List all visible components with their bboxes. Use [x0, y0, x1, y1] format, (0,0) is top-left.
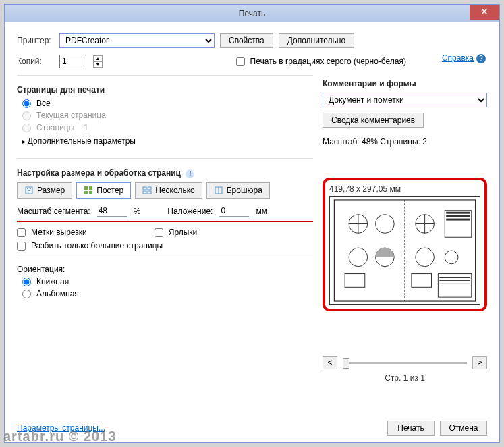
tab-multiple[interactable]: Несколько: [135, 182, 202, 199]
titlebar: Печать ✕: [5, 5, 499, 22]
tab-size[interactable]: Размер: [17, 182, 72, 199]
grayscale-checkbox[interactable]: [236, 57, 245, 66]
print-button[interactable]: Печать: [387, 421, 435, 436]
overlap-input[interactable]: [219, 205, 249, 217]
copies-label: Копий:: [17, 57, 54, 66]
svg-rect-22: [446, 215, 470, 217]
overlap-label: Наложение:: [167, 207, 213, 216]
help-link[interactable]: Справка?: [442, 53, 486, 63]
copies-input[interactable]: [59, 55, 86, 68]
scale-label: Масштаб сегмента:: [17, 207, 90, 216]
portrait-radio[interactable]: [22, 278, 31, 286]
page-setup-link[interactable]: Параметры страницы...: [17, 423, 105, 433]
printer-select[interactable]: PDFCreator: [59, 33, 215, 48]
print-dialog: Печать ✕ Справка? Принтер: PDFCreator Св…: [4, 4, 500, 443]
orientation-title: Ориентация:: [17, 265, 313, 274]
help-icon: ?: [476, 54, 486, 63]
svg-rect-7: [143, 191, 146, 194]
overlap-unit: мм: [256, 207, 267, 216]
preview-canvas: [329, 196, 480, 305]
preview-next-button[interactable]: >: [472, 356, 487, 369]
pages-all-label: Все: [36, 99, 51, 108]
comments-title: Комментарии и формы: [323, 79, 487, 88]
pages-range-radio: [22, 124, 31, 132]
printer-label: Принтер:: [17, 36, 54, 45]
pages-current-label: Текущая страница: [36, 111, 106, 120]
labels-checkbox[interactable]: [155, 228, 163, 237]
pages-title: Страницы для печати: [17, 85, 313, 95]
window-title: Печать: [5, 5, 499, 22]
svg-rect-1: [84, 186, 88, 190]
comments-summary-button[interactable]: Сводка комментариев: [323, 113, 424, 128]
properties-button[interactable]: Свойства: [220, 33, 273, 48]
svg-rect-4: [89, 191, 92, 194]
size-icon: [24, 186, 34, 195]
sizing-title: Настройка размера и обработка страниц i: [17, 168, 313, 178]
cutmarks-checkbox[interactable]: [17, 228, 26, 237]
pages-current-radio: [22, 111, 31, 120]
landscape-radio[interactable]: [22, 290, 31, 298]
comments-select[interactable]: Документ и пометки: [323, 93, 487, 107]
cancel-button[interactable]: Отмена: [440, 421, 487, 436]
tab-booklet[interactable]: Брошюра: [206, 182, 270, 199]
booklet-icon: [214, 186, 223, 195]
grayscale-label: Печать в градациях серого (черно-белая): [250, 57, 406, 66]
info-icon: i: [186, 169, 194, 178]
preview-frame: 419,78 x 297,05 мм: [323, 178, 487, 311]
scale-input[interactable]: [97, 205, 127, 217]
pages-range-value: 1: [84, 123, 88, 132]
svg-rect-5: [143, 187, 146, 190]
svg-rect-23: [446, 219, 470, 221]
only-large-checkbox[interactable]: [17, 242, 26, 251]
preview-slider[interactable]: [343, 357, 467, 369]
preview-prev-button[interactable]: <: [323, 356, 337, 369]
tab-poster[interactable]: Постер: [76, 182, 131, 199]
svg-rect-2: [89, 186, 92, 190]
poster-icon: [84, 186, 93, 195]
close-button[interactable]: ✕: [470, 5, 499, 20]
preview-scale-info: Масштаб: 48% Страницы: 2: [323, 137, 487, 147]
page-indicator: Стр. 1 из 1: [323, 373, 487, 383]
svg-rect-6: [148, 187, 151, 190]
preview-size-label: 419,78 x 297,05 мм: [329, 184, 480, 194]
svg-rect-8: [148, 191, 151, 194]
scale-unit: %: [134, 207, 141, 216]
advanced-button[interactable]: Дополнительно: [279, 33, 354, 48]
pages-all-radio[interactable]: [22, 99, 31, 108]
svg-rect-21: [446, 212, 470, 214]
pages-more-expand[interactable]: Дополнительные параметры: [22, 136, 313, 146]
copies-spinner[interactable]: ▲▼: [93, 55, 103, 68]
multiple-icon: [142, 186, 152, 195]
svg-rect-3: [84, 191, 88, 194]
pages-range-label: Страницы: [36, 123, 74, 132]
